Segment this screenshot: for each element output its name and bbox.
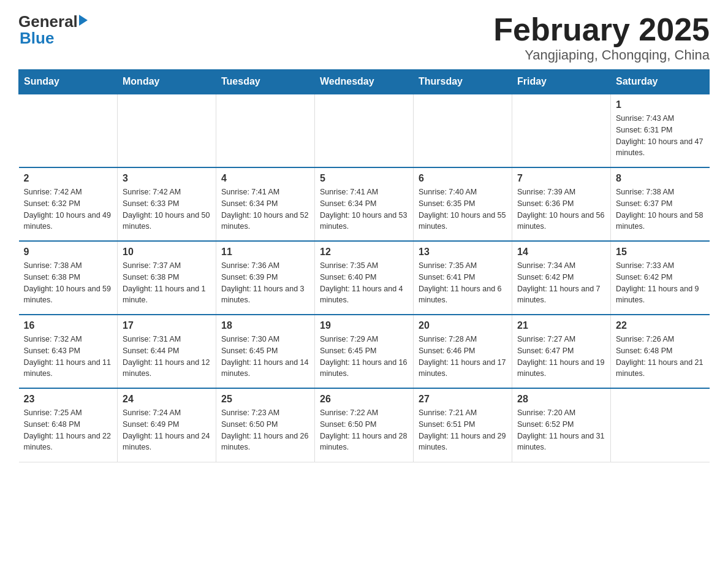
calendar-cell	[414, 94, 512, 167]
day-number: 28	[517, 394, 605, 405]
day-number: 25	[221, 394, 309, 405]
calendar-cell: 21Sunrise: 7:27 AMSunset: 6:47 PMDayligh…	[512, 315, 611, 388]
header-wednesday: Wednesday	[315, 70, 414, 94]
calendar-cell: 24Sunrise: 7:24 AMSunset: 6:49 PMDayligh…	[118, 388, 216, 462]
day-number: 14	[517, 247, 605, 258]
calendar-cell	[512, 94, 611, 167]
calendar-cell	[216, 94, 315, 167]
day-info: Sunrise: 7:26 AMSunset: 6:48 PMDaylight:…	[616, 334, 705, 380]
day-info: Sunrise: 7:42 AMSunset: 6:32 PMDaylight:…	[24, 186, 113, 232]
calendar-subtitle: Yangjiaping, Chongqing, China	[493, 47, 710, 63]
calendar-cell: 28Sunrise: 7:20 AMSunset: 6:52 PMDayligh…	[512, 388, 611, 462]
title-block: February 2025 Yangjiaping, Chongqing, Ch…	[493, 12, 710, 63]
day-number: 19	[320, 320, 408, 331]
header-sunday: Sunday	[19, 70, 118, 94]
calendar-cell: 15Sunrise: 7:33 AMSunset: 6:42 PMDayligh…	[611, 241, 710, 315]
calendar-cell: 18Sunrise: 7:30 AMSunset: 6:45 PMDayligh…	[216, 315, 315, 388]
calendar-week-4: 16Sunrise: 7:32 AMSunset: 6:43 PMDayligh…	[19, 315, 710, 388]
calendar-cell: 3Sunrise: 7:42 AMSunset: 6:33 PMDaylight…	[118, 167, 216, 241]
calendar-cell: 8Sunrise: 7:38 AMSunset: 6:37 PMDaylight…	[611, 167, 710, 241]
calendar-title: February 2025	[493, 12, 710, 47]
day-info: Sunrise: 7:24 AMSunset: 6:49 PMDaylight:…	[123, 407, 211, 453]
day-info: Sunrise: 7:22 AMSunset: 6:50 PMDaylight:…	[320, 407, 408, 453]
day-number: 1	[616, 99, 705, 110]
day-number: 7	[517, 173, 605, 184]
day-info: Sunrise: 7:40 AMSunset: 6:35 PMDaylight:…	[419, 186, 507, 232]
calendar-cell: 6Sunrise: 7:40 AMSunset: 6:35 PMDaylight…	[414, 167, 512, 241]
day-info: Sunrise: 7:21 AMSunset: 6:51 PMDaylight:…	[419, 407, 507, 453]
day-info: Sunrise: 7:33 AMSunset: 6:42 PMDaylight:…	[616, 260, 705, 306]
day-info: Sunrise: 7:20 AMSunset: 6:52 PMDaylight:…	[517, 407, 605, 453]
day-info: Sunrise: 7:36 AMSunset: 6:39 PMDaylight:…	[221, 260, 309, 306]
day-number: 3	[123, 173, 211, 184]
header-friday: Friday	[512, 70, 611, 94]
calendar-cell: 20Sunrise: 7:28 AMSunset: 6:46 PMDayligh…	[414, 315, 512, 388]
calendar-cell: 2Sunrise: 7:42 AMSunset: 6:32 PMDaylight…	[19, 167, 118, 241]
calendar-cell: 19Sunrise: 7:29 AMSunset: 6:45 PMDayligh…	[315, 315, 414, 388]
day-info: Sunrise: 7:38 AMSunset: 6:37 PMDaylight:…	[616, 186, 705, 232]
calendar-cell	[118, 94, 216, 167]
day-number: 9	[24, 247, 113, 258]
day-number: 5	[320, 173, 408, 184]
calendar-cell: 27Sunrise: 7:21 AMSunset: 6:51 PMDayligh…	[414, 388, 512, 462]
day-info: Sunrise: 7:30 AMSunset: 6:45 PMDaylight:…	[221, 334, 309, 380]
day-number: 26	[320, 394, 408, 405]
calendar-cell: 23Sunrise: 7:25 AMSunset: 6:48 PMDayligh…	[19, 388, 118, 462]
calendar-cell: 13Sunrise: 7:35 AMSunset: 6:41 PMDayligh…	[414, 241, 512, 315]
calendar-week-1: 1Sunrise: 7:43 AMSunset: 6:31 PMDaylight…	[19, 94, 710, 167]
day-info: Sunrise: 7:31 AMSunset: 6:44 PMDaylight:…	[123, 334, 211, 380]
day-info: Sunrise: 7:28 AMSunset: 6:46 PMDaylight:…	[419, 334, 507, 380]
day-number: 20	[419, 320, 507, 331]
day-info: Sunrise: 7:23 AMSunset: 6:50 PMDaylight:…	[221, 407, 309, 453]
day-number: 11	[221, 247, 309, 258]
logo: General Blue	[18, 12, 88, 48]
day-number: 23	[24, 394, 113, 405]
day-info: Sunrise: 7:35 AMSunset: 6:40 PMDaylight:…	[320, 260, 408, 306]
day-number: 2	[24, 173, 113, 184]
calendar-cell: 12Sunrise: 7:35 AMSunset: 6:40 PMDayligh…	[315, 241, 414, 315]
day-number: 6	[419, 173, 507, 184]
calendar-week-3: 9Sunrise: 7:38 AMSunset: 6:38 PMDaylight…	[19, 241, 710, 315]
day-info: Sunrise: 7:37 AMSunset: 6:38 PMDaylight:…	[123, 260, 211, 306]
header-tuesday: Tuesday	[216, 70, 315, 94]
header-saturday: Saturday	[611, 70, 710, 94]
day-info: Sunrise: 7:32 AMSunset: 6:43 PMDaylight:…	[24, 334, 113, 380]
day-number: 21	[517, 320, 605, 331]
day-info: Sunrise: 7:43 AMSunset: 6:31 PMDaylight:…	[616, 113, 705, 159]
day-number: 24	[123, 394, 211, 405]
page-header: General Blue February 2025 Yangjiaping, …	[18, 12, 710, 63]
calendar-cell: 10Sunrise: 7:37 AMSunset: 6:38 PMDayligh…	[118, 241, 216, 315]
day-number: 18	[221, 320, 309, 331]
logo-blue-text: Blue	[20, 29, 88, 48]
day-info: Sunrise: 7:25 AMSunset: 6:48 PMDaylight:…	[24, 407, 113, 453]
day-info: Sunrise: 7:39 AMSunset: 6:36 PMDaylight:…	[517, 186, 605, 232]
day-number: 27	[419, 394, 507, 405]
calendar-cell: 11Sunrise: 7:36 AMSunset: 6:39 PMDayligh…	[216, 241, 315, 315]
calendar-cell: 25Sunrise: 7:23 AMSunset: 6:50 PMDayligh…	[216, 388, 315, 462]
header-thursday: Thursday	[414, 70, 512, 94]
calendar-header-row: SundayMondayTuesdayWednesdayThursdayFrid…	[19, 70, 710, 94]
calendar-table: SundayMondayTuesdayWednesdayThursdayFrid…	[18, 69, 710, 462]
day-info: Sunrise: 7:41 AMSunset: 6:34 PMDaylight:…	[320, 186, 408, 232]
calendar-cell: 16Sunrise: 7:32 AMSunset: 6:43 PMDayligh…	[19, 315, 118, 388]
calendar-cell: 7Sunrise: 7:39 AMSunset: 6:36 PMDaylight…	[512, 167, 611, 241]
calendar-cell: 22Sunrise: 7:26 AMSunset: 6:48 PMDayligh…	[611, 315, 710, 388]
calendar-cell: 26Sunrise: 7:22 AMSunset: 6:50 PMDayligh…	[315, 388, 414, 462]
day-number: 22	[616, 320, 705, 331]
calendar-cell	[19, 94, 118, 167]
day-number: 17	[123, 320, 211, 331]
day-number: 4	[221, 173, 309, 184]
calendar-week-5: 23Sunrise: 7:25 AMSunset: 6:48 PMDayligh…	[19, 388, 710, 462]
calendar-cell	[611, 388, 710, 462]
calendar-cell: 9Sunrise: 7:38 AMSunset: 6:38 PMDaylight…	[19, 241, 118, 315]
day-info: Sunrise: 7:42 AMSunset: 6:33 PMDaylight:…	[123, 186, 211, 232]
day-info: Sunrise: 7:34 AMSunset: 6:42 PMDaylight:…	[517, 260, 605, 306]
day-info: Sunrise: 7:35 AMSunset: 6:41 PMDaylight:…	[419, 260, 507, 306]
day-info: Sunrise: 7:29 AMSunset: 6:45 PMDaylight:…	[320, 334, 408, 380]
logo-arrow-icon	[79, 15, 88, 26]
calendar-cell: 1Sunrise: 7:43 AMSunset: 6:31 PMDaylight…	[611, 94, 710, 167]
day-number: 8	[616, 173, 705, 184]
day-info: Sunrise: 7:38 AMSunset: 6:38 PMDaylight:…	[24, 260, 113, 306]
day-number: 13	[419, 247, 507, 258]
header-monday: Monday	[118, 70, 216, 94]
